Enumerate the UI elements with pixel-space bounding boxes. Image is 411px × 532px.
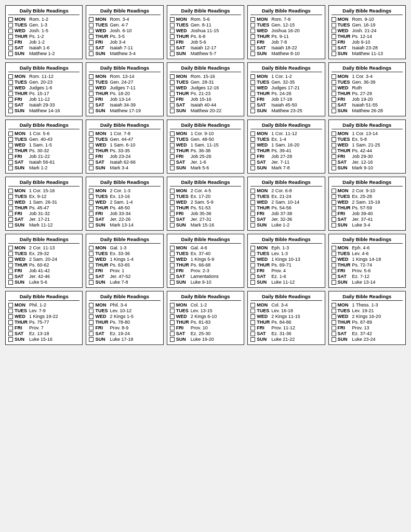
reading-checkbox[interactable] <box>332 200 336 205</box>
reading-checkbox[interactable] <box>8 46 13 50</box>
reading-checkbox[interactable] <box>250 80 255 85</box>
reading-checkbox[interactable] <box>332 217 336 222</box>
reading-checkbox[interactable] <box>332 137 336 142</box>
reading-checkbox[interactable] <box>250 337 255 342</box>
reading-checkbox[interactable] <box>8 263 13 268</box>
reading-checkbox[interactable] <box>8 223 13 228</box>
reading-checkbox[interactable] <box>332 51 336 56</box>
reading-checkbox[interactable] <box>250 154 255 159</box>
reading-checkbox[interactable] <box>8 303 13 308</box>
reading-checkbox[interactable] <box>250 246 255 250</box>
reading-checkbox[interactable] <box>170 314 175 319</box>
reading-checkbox[interactable] <box>8 91 13 96</box>
reading-checkbox[interactable] <box>89 211 94 216</box>
reading-checkbox[interactable] <box>170 74 175 79</box>
reading-checkbox[interactable] <box>250 17 255 22</box>
reading-checkbox[interactable] <box>89 303 94 308</box>
reading-checkbox[interactable] <box>89 206 94 210</box>
reading-checkbox[interactable] <box>89 189 94 193</box>
reading-checkbox[interactable] <box>250 223 255 228</box>
reading-checkbox[interactable] <box>89 274 94 279</box>
reading-checkbox[interactable] <box>8 211 13 216</box>
reading-checkbox[interactable] <box>170 166 175 170</box>
reading-checkbox[interactable] <box>8 23 13 28</box>
reading-checkbox[interactable] <box>250 251 255 256</box>
reading-checkbox[interactable] <box>170 309 175 313</box>
reading-checkbox[interactable] <box>8 326 13 330</box>
reading-checkbox[interactable] <box>89 269 94 273</box>
reading-checkbox[interactable] <box>89 337 94 342</box>
reading-checkbox[interactable] <box>8 17 13 22</box>
reading-checkbox[interactable] <box>332 303 336 308</box>
reading-checkbox[interactable] <box>89 309 94 313</box>
reading-checkbox[interactable] <box>332 314 336 319</box>
reading-checkbox[interactable] <box>332 34 336 39</box>
reading-checkbox[interactable] <box>170 251 175 256</box>
reading-checkbox[interactable] <box>8 131 13 136</box>
reading-checkbox[interactable] <box>332 103 336 108</box>
reading-checkbox[interactable] <box>89 280 94 285</box>
reading-checkbox[interactable] <box>170 131 175 136</box>
reading-checkbox[interactable] <box>8 51 13 56</box>
reading-checkbox[interactable] <box>250 131 255 136</box>
reading-checkbox[interactable] <box>250 91 255 96</box>
reading-checkbox[interactable] <box>250 137 255 142</box>
reading-checkbox[interactable] <box>332 269 336 273</box>
reading-checkbox[interactable] <box>332 109 336 113</box>
reading-checkbox[interactable] <box>332 74 336 79</box>
reading-checkbox[interactable] <box>89 137 94 142</box>
reading-checkbox[interactable] <box>170 217 175 222</box>
reading-checkbox[interactable] <box>250 211 255 216</box>
reading-checkbox[interactable] <box>89 223 94 228</box>
reading-checkbox[interactable] <box>332 320 336 325</box>
reading-checkbox[interactable] <box>170 160 175 165</box>
reading-checkbox[interactable] <box>332 189 336 193</box>
reading-checkbox[interactable] <box>170 337 175 342</box>
reading-checkbox[interactable] <box>170 34 175 39</box>
reading-checkbox[interactable] <box>8 34 13 39</box>
reading-checkbox[interactable] <box>250 280 255 285</box>
reading-checkbox[interactable] <box>8 40 13 45</box>
reading-checkbox[interactable] <box>89 40 94 45</box>
reading-checkbox[interactable] <box>8 137 13 142</box>
reading-checkbox[interactable] <box>8 269 13 273</box>
reading-checkbox[interactable] <box>332 149 336 153</box>
reading-checkbox[interactable] <box>332 257 336 262</box>
reading-checkbox[interactable] <box>8 274 13 279</box>
reading-checkbox[interactable] <box>332 29 336 33</box>
reading-checkbox[interactable] <box>170 194 175 199</box>
reading-checkbox[interactable] <box>89 46 94 50</box>
reading-checkbox[interactable] <box>250 97 255 102</box>
reading-checkbox[interactable] <box>250 29 255 33</box>
reading-checkbox[interactable] <box>89 131 94 136</box>
reading-checkbox[interactable] <box>332 154 336 159</box>
reading-checkbox[interactable] <box>332 251 336 256</box>
reading-checkbox[interactable] <box>8 251 13 256</box>
reading-checkbox[interactable] <box>170 331 175 336</box>
reading-checkbox[interactable] <box>8 320 13 325</box>
reading-checkbox[interactable] <box>8 257 13 262</box>
reading-checkbox[interactable] <box>89 257 94 262</box>
reading-checkbox[interactable] <box>332 326 336 330</box>
reading-checkbox[interactable] <box>250 166 255 170</box>
reading-checkbox[interactable] <box>332 223 336 228</box>
reading-checkbox[interactable] <box>8 80 13 85</box>
reading-checkbox[interactable] <box>170 263 175 268</box>
reading-checkbox[interactable] <box>8 206 13 210</box>
reading-checkbox[interactable] <box>250 189 255 193</box>
reading-checkbox[interactable] <box>332 280 336 285</box>
reading-checkbox[interactable] <box>170 23 175 28</box>
reading-checkbox[interactable] <box>250 34 255 39</box>
reading-checkbox[interactable] <box>170 246 175 250</box>
reading-checkbox[interactable] <box>8 97 13 102</box>
reading-checkbox[interactable] <box>170 149 175 153</box>
reading-checkbox[interactable] <box>89 166 94 170</box>
reading-checkbox[interactable] <box>170 46 175 50</box>
reading-checkbox[interactable] <box>170 303 175 308</box>
reading-checkbox[interactable] <box>250 109 255 113</box>
reading-checkbox[interactable] <box>89 331 94 336</box>
reading-checkbox[interactable] <box>89 149 94 153</box>
reading-checkbox[interactable] <box>8 86 13 90</box>
reading-checkbox[interactable] <box>89 103 94 108</box>
reading-checkbox[interactable] <box>250 46 255 50</box>
